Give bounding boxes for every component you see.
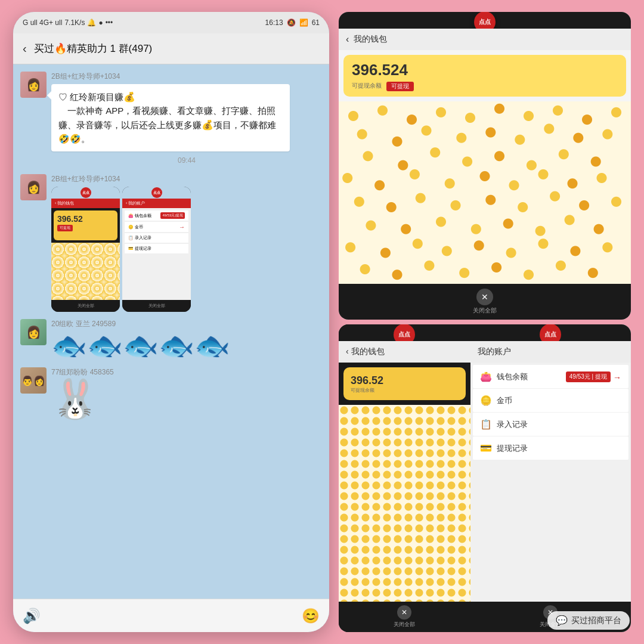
bubble-text-1: ♡ 红玲新项目赚💰 一款神奇 APP，看视频赚、看文章赚、打字赚、拍照赚、录音赚… (58, 92, 276, 144)
emoji-button[interactable]: 😊 (302, 608, 320, 624)
msg-content-2: 2B组+红玲导师+1034 点点 ‹ 我的钱包 (51, 174, 322, 312)
withdraw-icon: 💳 (480, 442, 492, 454)
chat-area: 👩 2B组+红玲导师+1034 ♡ 红玲新项目赚💰 一款神奇 APP，看视频赚、… (13, 64, 329, 599)
battery-icon: 61 (312, 18, 320, 27)
gold-icon: 🪙 (480, 395, 492, 406)
gold-label: 金币 (497, 395, 512, 406)
msg-content-4: 77组郑盼盼 458365 🐰 (51, 367, 322, 418)
voice-button[interactable]: 🔊 (23, 608, 41, 624)
mute-icon: 🔕 (287, 18, 296, 27)
close-label-1: 关闭全部 (473, 306, 497, 315)
wallet-card: 396.524 可提现余额 可提现 (343, 55, 626, 97)
account-item-record[interactable]: 📋 录入记录 (473, 413, 629, 436)
main-container: G ull 4G+ ull 7.1K/s 🔔 ● ••• 16:13 🔕 📶 6… (0, 0, 644, 644)
withdraw-btn[interactable]: 49/53元 | 提现 (566, 371, 611, 382)
wallet-amount: 396.524 (352, 61, 618, 79)
withdraw-label: 提现记录 (497, 443, 528, 454)
record-label: 录入记录 (497, 419, 528, 430)
wechat-icon: 💬 (556, 615, 568, 626)
sender-name-2: 2B组+红玲导师+1034 (51, 174, 322, 184)
avatar-1: 👩 (20, 72, 47, 98)
chat-header: ‹ 买过🔥精英助力 1 群(497) (13, 33, 329, 64)
wallet-back[interactable]: ‹ (346, 34, 349, 45)
panel-wallet: 点点 ‹ 我的钱包 396.524 可提现余额 可提现 (339, 12, 631, 320)
wifi-icon: 📶 (299, 18, 308, 27)
wallet-icon: 👛 (480, 371, 492, 382)
signal-indicator: G ull 4G+ ull (23, 18, 62, 27)
bubble-1: ♡ 红玲新项目赚💰 一款神奇 APP，看视频赚、看文章赚、打字赚、拍照赚、录音赚… (51, 84, 290, 151)
sticker-4: 🐰 (51, 380, 322, 418)
screenshot-thumb-1: 点点 ‹ 我的钱包 396.52 可提现 (51, 187, 120, 312)
speed-indicator: 7.1K/s (64, 18, 85, 27)
message-row-4: 👨‍👩 77组郑盼盼 458365 🐰 (20, 367, 322, 418)
right-side: 点点 ‹ 我的钱包 396.524 可提现余额 可提现 (339, 12, 631, 632)
panel1-bottom: ✕ 关闭全部 (339, 284, 631, 320)
status-bar: G ull 4G+ ull 7.1K/s 🔔 ● ••• 16:13 🔕 📶 6… (13, 12, 329, 33)
panel-account: 点点 ‹ 我的钱包 396.52 可提现余额 ✕ 关闭全部 (339, 324, 631, 632)
notification-icon: 🔔 (87, 18, 96, 27)
watermark-text: 买过招商平台 (571, 615, 621, 626)
message-row-2: 👩 2B组+红玲导师+1034 点点 ‹ 我的钱包 (20, 174, 322, 312)
close-all-btn-1[interactable]: ✕ (476, 289, 493, 305)
timestamp-1: 09:44 (51, 156, 322, 165)
msg-content-1: 2B组+红玲导师+1034 ♡ 红玲新项目赚💰 一款神奇 APP，看视频赚、看文… (51, 72, 322, 167)
app-ui-account: 点点 ‹ 我的钱包 396.52 可提现余额 ✕ 关闭全部 (339, 324, 631, 632)
app-ui-wallet: 点点 ‹ 我的钱包 396.524 可提现余额 可提现 (339, 12, 631, 320)
wallet-sub: 可提现余额 (352, 82, 382, 91)
chat-bottom: 🔊 😊 (13, 599, 329, 632)
sticker-3: 🐟🐟🐟🐟🐟 (51, 332, 322, 360)
wallet-title: 我的钱包 (354, 34, 387, 45)
sender-name-3: 20组欧 亚兰 249589 (51, 319, 322, 329)
message-row-1: 👩 2B组+红玲导师+1034 ♡ 红玲新项目赚💰 一款神奇 APP，看视频赚、… (20, 72, 322, 167)
message-row-3: 👩 20组欧 亚兰 249589 🐟🐟🐟🐟🐟 (20, 319, 322, 360)
record-icon: 📋 (480, 419, 492, 430)
account-right: 点点 我的账户 👛 钱包余额 49/53元 | 提现 → (470, 324, 631, 632)
screenshot-thumb-2: 点点 ‹ 我的账户 👛钱包余额 49/53元|提现 (122, 187, 191, 312)
chat-icon: ● (98, 18, 103, 27)
sender-name-1: 2B组+红玲导师+1034 (51, 72, 322, 82)
more-icon: ••• (106, 18, 113, 27)
account-left-phone: 点点 ‹ 我的钱包 396.52 可提现余额 ✕ 关闭全部 (339, 324, 470, 632)
left-phone: G ull 4G+ ull 7.1K/s 🔔 ● ••• 16:13 🔕 📶 6… (13, 12, 329, 632)
back-button[interactable]: ‹ (23, 42, 27, 55)
arrow-1: → (613, 373, 621, 382)
account-item-gold[interactable]: 🪙 金币 (473, 389, 629, 412)
account-item-withdraw[interactable]: 💳 提现记录 (473, 436, 629, 460)
msg-content-3: 20组欧 亚兰 249589 🐟🐟🐟🐟🐟 (51, 319, 322, 360)
account-title: 我的账户 (478, 346, 511, 357)
coins-display: // Generate coin positions - will be ren… (339, 101, 631, 284)
wallet-label: 钱包余额 (497, 371, 528, 382)
avatar-2: 👩 (20, 174, 47, 200)
chat-title: 买过🔥精英助力 1 群(497) (34, 42, 153, 55)
avatar-4: 👨‍👩 (20, 367, 47, 394)
img-bubble: 点点 ‹ 我的钱包 396.52 可提现 (51, 187, 322, 312)
time-display: 16:13 (265, 18, 283, 27)
account-items: 👛 钱包余额 49/53元 | 提现 → 🪙 金币 📋 (470, 363, 631, 602)
withdraw-badge[interactable]: 可提现 (386, 82, 414, 91)
account-item-wallet[interactable]: 👛 钱包余额 49/53元 | 提现 → (473, 365, 629, 388)
watermark: 💬 买过招商平台 (547, 611, 630, 630)
sender-name-4: 77组郑盼盼 458365 (51, 367, 322, 377)
avatar-3: 👩 (20, 319, 47, 345)
